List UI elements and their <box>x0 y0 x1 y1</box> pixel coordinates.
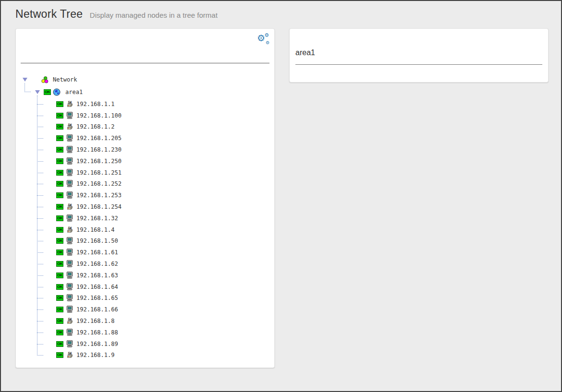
tree-node-row[interactable]: OK 192.168.1.100 <box>16 110 274 121</box>
computer-icon <box>66 146 73 154</box>
tree-node-row[interactable]: OK 192.168.1.9 <box>16 350 274 361</box>
node-label[interactable]: 192.168.1.88 <box>76 329 118 336</box>
tree-connector-line <box>37 173 43 173</box>
node-label[interactable]: area1 <box>65 89 83 95</box>
status-badge: OK <box>56 181 63 187</box>
node-label[interactable]: 192.168.1.64 <box>76 284 118 290</box>
tree-connector-line <box>37 252 43 253</box>
tree-node-row[interactable]: OK 192.168.1.61 <box>16 247 274 258</box>
tree-node-row[interactable]: OK 192.168.1.65 <box>16 293 274 304</box>
tree-node-row[interactable]: OK 192.168.1.66 <box>16 304 274 315</box>
tree-connector-line <box>37 138 43 139</box>
node-label[interactable]: 192.168.1.62 <box>76 261 118 267</box>
network-tree-page: { "header": { "title": "Network Tree", "… <box>0 0 562 392</box>
node-label[interactable]: 192.168.1.253 <box>76 192 122 199</box>
tree-node-row[interactable]: OK 192.168.1.8 <box>16 315 274 327</box>
tree-connector-line <box>37 184 43 184</box>
tree-connector-line <box>37 264 43 264</box>
node-label[interactable]: 192.168.1.89 <box>76 341 118 347</box>
globe-icon <box>53 88 61 96</box>
node-label[interactable]: 192.168.1.250 <box>76 158 122 165</box>
tree-node-row[interactable]: OK 192.168.1.2 <box>16 121 274 133</box>
node-label[interactable]: 192.168.1.66 <box>76 306 118 313</box>
node-label[interactable]: 192.168.1.1 <box>76 101 114 107</box>
node-label[interactable]: 192.168.1.254 <box>76 203 122 210</box>
tree-node-area1[interactable]: OK area1 <box>16 86 274 98</box>
collapse-triangle-icon[interactable] <box>35 90 40 94</box>
tree-node-network[interactable]: Network <box>16 73 274 86</box>
tree-node-row[interactable]: OK 192.168.1.32 <box>16 213 274 224</box>
node-label[interactable]: 192.168.1.65 <box>76 295 118 301</box>
node-label[interactable]: 192.168.1.251 <box>76 169 122 176</box>
gear-small-top-icon: ⚙ <box>264 33 269 38</box>
node-label[interactable]: 192.168.1.252 <box>76 180 122 187</box>
tree-connector-line <box>37 333 43 333</box>
computer-icon <box>66 237 73 245</box>
computer-icon <box>66 191 73 199</box>
switch-icon <box>66 123 73 131</box>
node-label[interactable]: 192.168.1.9 <box>76 352 114 358</box>
tree-node-row[interactable]: OK 192.168.1.205 <box>16 132 274 144</box>
collapse-triangle-icon[interactable] <box>23 78 27 82</box>
node-label[interactable]: 192.168.1.230 <box>76 146 122 153</box>
tree-node-row[interactable]: OK 192.168.1.88 <box>16 327 274 338</box>
tree-connector-line <box>37 355 43 356</box>
tree-connector-line <box>37 218 43 219</box>
status-badge: OK <box>56 318 63 324</box>
tree-node-row[interactable]: OK 192.168.1.252 <box>16 178 274 190</box>
status-badge: OK <box>56 215 63 221</box>
node-label[interactable]: 192.168.1.32 <box>76 215 118 222</box>
status-badge: OK <box>56 352 63 358</box>
status-badge: OK <box>56 147 63 153</box>
node-label[interactable]: 192.168.1.50 <box>76 238 118 244</box>
computer-icon <box>66 260 73 268</box>
tree-connector-line <box>37 344 43 344</box>
status-badge: OK <box>56 101 63 107</box>
tree-connector-line <box>37 104 43 105</box>
computer-icon <box>66 306 73 313</box>
status-badge: OK <box>56 273 63 278</box>
tree-connector-line <box>37 207 43 207</box>
tree-node-row[interactable]: OK 192.168.1.64 <box>16 281 274 293</box>
node-label[interactable]: 192.168.1.2 <box>76 123 114 130</box>
tree-node-row[interactable]: OK 192.168.1.254 <box>16 201 274 213</box>
tree-settings-button[interactable]: ⚙ ⚙ ⚙ <box>257 34 269 45</box>
computer-icon <box>66 329 73 336</box>
switch-icon <box>66 203 73 211</box>
computer-icon <box>66 180 73 188</box>
tree-node-row[interactable]: OK 192.168.1.4 <box>16 224 274 236</box>
node-label[interactable]: Network <box>53 76 77 83</box>
tree-node-row[interactable]: OK 192.168.1.250 <box>16 155 274 167</box>
node-label[interactable]: 192.168.1.8 <box>76 318 114 324</box>
tree-children: OK 192.168.1.1 OK 192.168.1.100 OK 192.1… <box>16 98 274 361</box>
node-label[interactable]: 192.168.1.100 <box>76 112 122 119</box>
computer-icon <box>66 272 73 279</box>
tree-node-row[interactable]: OK 192.168.1.50 <box>16 236 274 247</box>
tree-node-row[interactable]: OK 192.168.1.62 <box>16 258 274 270</box>
status-badge: OK <box>56 135 63 141</box>
status-badge: OK <box>56 227 63 233</box>
tree-node-row[interactable]: OK 192.168.1.63 <box>16 270 274 281</box>
detail-panel: area1 <box>289 28 549 83</box>
tree-node-row[interactable]: OK 192.168.1.251 <box>16 167 274 178</box>
tree-connector-line <box>37 150 43 150</box>
switch-icon <box>66 100 73 108</box>
tree-node-row[interactable]: OK 192.168.1.1 <box>16 98 274 110</box>
tree-node-row[interactable]: OK 192.168.1.89 <box>16 338 274 350</box>
node-label[interactable]: 192.168.1.4 <box>76 226 114 233</box>
switch-icon <box>66 226 73 234</box>
computer-icon <box>66 214 73 222</box>
tree-connector-line <box>37 161 43 162</box>
node-label[interactable]: 192.168.1.61 <box>76 249 118 256</box>
status-badge: OK <box>56 170 63 176</box>
node-label[interactable]: 192.168.1.63 <box>76 272 118 279</box>
node-label[interactable]: 192.168.1.205 <box>76 135 122 142</box>
tree-panel-separator <box>21 63 269 63</box>
computer-icon <box>66 169 73 177</box>
tree-connector-line <box>37 275 43 276</box>
tree-connector-line <box>37 195 43 196</box>
tree-node-row[interactable]: OK 192.168.1.253 <box>16 190 274 201</box>
status-badge: OK <box>44 89 51 95</box>
status-badge: OK <box>56 284 63 290</box>
tree-node-row[interactable]: OK 192.168.1.230 <box>16 144 274 155</box>
